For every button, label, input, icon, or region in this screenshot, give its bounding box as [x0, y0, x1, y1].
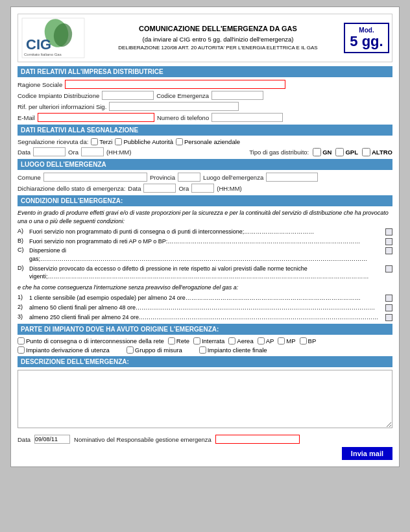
- section-parte-impianto: PARTE DI IMPIANTO DOVE HA AVUTO ORIGINE …: [18, 324, 392, 335]
- cond-A-label: A): [18, 228, 27, 234]
- cond-B-check[interactable]: [385, 238, 392, 245]
- responsabile-label: Nominativo del Responsabile gestione eme…: [74, 436, 211, 443]
- interrata-item: Interrata: [193, 337, 224, 345]
- telefono-input[interactable]: [211, 113, 283, 122]
- ora-input-seg[interactable]: [81, 147, 104, 156]
- svg-text:Comitato Italiano Gas: Comitato Italiano Gas: [24, 53, 62, 56]
- bp-item: BP: [300, 337, 317, 345]
- data-footer-label: Data: [18, 436, 30, 443]
- provincia-input[interactable]: [178, 173, 200, 182]
- cond-D-label: D): [18, 265, 27, 271]
- header: CIG Comitato Italiano Gas COMUNICAZIONE …: [18, 14, 392, 62]
- codice-impianto-row: Codice Impianto Distribuzione Codice Eme…: [18, 91, 392, 100]
- altro-checkbox[interactable]: [362, 148, 370, 156]
- gruppo-misura-item: Gruppo di misura: [127, 346, 182, 354]
- gruppo-misura-checkbox[interactable]: [127, 346, 134, 354]
- cond-2-label: 2): [18, 304, 27, 310]
- invia-mail-button[interactable]: Invia mail: [342, 447, 392, 460]
- rif-label: Rif. per ulteriori informazioni Sig.: [18, 103, 106, 110]
- bp-checkbox[interactable]: [300, 337, 307, 345]
- condizioni-intro: Evento in grado di produrre effetti grav…: [18, 209, 392, 225]
- cond-2: 2) almeno 50 clienti finali per almeno 4…: [18, 304, 392, 312]
- ap-item: AP: [258, 337, 274, 345]
- cond-A-check[interactable]: [385, 228, 392, 236]
- descrizione-textarea[interactable]: [18, 370, 392, 428]
- interrata-checkbox[interactable]: [193, 337, 200, 345]
- punto-consegna-item: Punto di consegna o di interconnessione …: [18, 337, 164, 345]
- gpl-checkbox[interactable]: [335, 148, 344, 156]
- cond-2-text: almeno 50 clienti finali per almeno 48 o…: [29, 304, 383, 312]
- section-descrizione: DESCRIZIONE DELL'EMERGENZA:: [18, 356, 392, 367]
- email-input[interactable]: [38, 113, 154, 122]
- data-footer-input[interactable]: [34, 435, 70, 444]
- ora-input-luogo[interactable]: [191, 184, 214, 193]
- cond-C-text: Dispersione di gas;…………………………………………………………: [29, 247, 383, 263]
- hhmm-label-seg: (HH:MM): [106, 149, 132, 156]
- aerea-label: Aerea: [237, 337, 253, 345]
- codice-impianto-input[interactable]: [102, 91, 154, 100]
- cond-3-check[interactable]: [385, 314, 392, 321]
- cond-C-label: C): [18, 247, 27, 253]
- cond-D-check[interactable]: [385, 265, 392, 272]
- data-label-luogo: Data: [128, 185, 141, 192]
- email-row: E-Mail Numero di telefono: [18, 113, 392, 122]
- mp-label: MP: [286, 337, 295, 345]
- impianto-cliente-checkbox[interactable]: [199, 346, 206, 354]
- comune-input[interactable]: [43, 173, 147, 182]
- autorita-label: Pubbliche Autorità: [123, 138, 173, 145]
- mp-item: MP: [278, 337, 295, 345]
- cond-C-check[interactable]: [385, 247, 392, 254]
- section-segnalazione: DATI RELATIVI ALLA SEGNALAZIONE: [18, 125, 392, 136]
- comune-row: Comune Provincia Luogo dell'emergenza: [18, 173, 392, 182]
- section-impresa: DATI RELATIVI ALL'IMPRESA DISTRIBUTRICE: [18, 66, 392, 77]
- autorita-checkbox[interactable]: [115, 138, 122, 145]
- gas-type-row: Tipo di gas distribuito: GN GPL ALTRO: [249, 148, 392, 156]
- ap-checkbox[interactable]: [258, 337, 265, 345]
- terzi-checkbox[interactable]: [91, 138, 98, 145]
- telefono-label: Numero di telefono: [157, 114, 209, 121]
- personale-checkbox-item: Personale aziendale: [176, 138, 240, 145]
- cond-2-check[interactable]: [385, 304, 392, 311]
- luogo-input[interactable]: [266, 173, 318, 182]
- parte-row-2: Impianto derivazione di utenza Gruppo di…: [18, 346, 392, 354]
- personale-checkbox[interactable]: [176, 138, 183, 145]
- impianto-derivazione-label: Impianto derivazione di utenza: [26, 346, 110, 354]
- header-delibera: DELIBERAZIONE 120/08 ART. 20 AUTORITA' P…: [92, 44, 344, 53]
- dichiarazione-row: Dichiarazione dello stato di emergenza: …: [18, 184, 392, 193]
- e-che-label: e che ha come conseguenza l'interruzione…: [18, 284, 392, 292]
- tipo-gas-label: Tipo di gas distribuito:: [249, 149, 309, 156]
- provincia-label: Provincia: [150, 174, 175, 181]
- punto-consegna-label: Punto di consegna o di interconnessione …: [26, 337, 164, 345]
- data-input-seg[interactable]: [33, 147, 66, 156]
- responsabile-input[interactable]: [215, 435, 300, 444]
- footer-row: Data Nominativo del Responsabile gestion…: [18, 435, 392, 444]
- punto-consegna-checkbox[interactable]: [18, 337, 25, 345]
- impianto-derivazione-checkbox[interactable]: [18, 346, 25, 354]
- header-title: COMUNICAZIONE DELL'EMERGENZA DA GAS (da …: [92, 23, 344, 53]
- main-title: COMUNICAZIONE DELL'EMERGENZA DA GAS: [92, 23, 344, 35]
- codice-emergenza-input[interactable]: [211, 91, 263, 100]
- cond-C: C) Dispersione di gas;…………………………………………………: [18, 247, 392, 263]
- mod-value: 5 gg.: [348, 34, 385, 49]
- cond-D-text: Disservizio provocato da eccesso o difet…: [29, 265, 383, 281]
- ragione-sociale-input[interactable]: [65, 80, 285, 89]
- rete-checkbox[interactable]: [168, 337, 175, 345]
- codice-emergenza-label: Codice Emergenza: [156, 92, 209, 99]
- ragione-sociale-label: Ragione Sociale: [18, 81, 62, 88]
- ora-label-luogo: Ora: [178, 185, 189, 192]
- data-input-luogo[interactable]: [143, 184, 176, 193]
- parte-row-1: Punto di consegna o di interconnessione …: [18, 337, 392, 345]
- gn-checkbox[interactable]: [313, 148, 321, 156]
- header-subtitle: (da inviare al CIG entro 5 gg. dall'iniz…: [92, 34, 344, 44]
- ora-label-seg: Ora: [68, 149, 78, 156]
- section-condizioni: CONDIZIONI DELL'EMERGENZA:: [18, 195, 392, 206]
- mp-checkbox[interactable]: [278, 337, 285, 345]
- cond-1-check[interactable]: [385, 295, 392, 302]
- form-page: CIG Comitato Italiano Gas COMUNICAZIONE …: [10, 6, 400, 467]
- aerea-checkbox[interactable]: [228, 337, 235, 345]
- gn-label: GN: [322, 149, 332, 156]
- rif-input[interactable]: [109, 102, 239, 111]
- gpl-label: GPL: [345, 149, 358, 156]
- comune-label: Comune: [18, 174, 41, 181]
- data-label-seg: Data: [18, 149, 30, 156]
